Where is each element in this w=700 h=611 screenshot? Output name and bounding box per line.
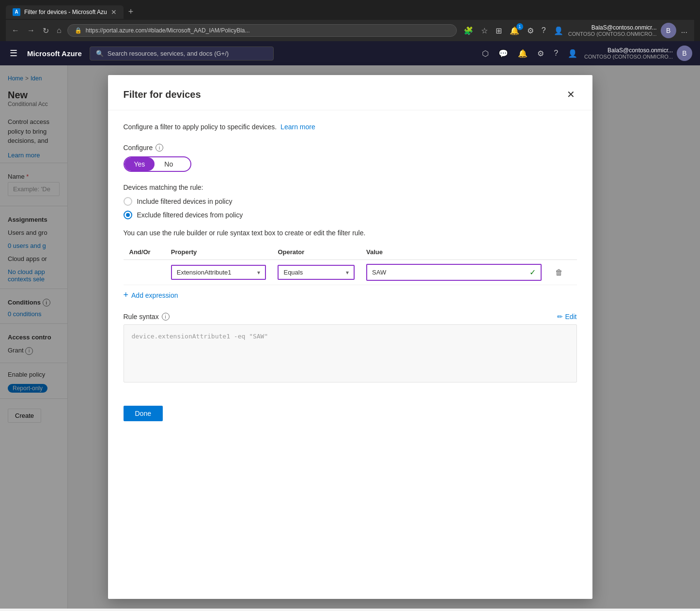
modal-close-button[interactable]: ✕ [565, 87, 577, 102]
new-tab-button[interactable]: + [124, 4, 139, 20]
col-value: Value [360, 244, 547, 260]
feedback-icon[interactable]: 💬 [496, 46, 511, 61]
edit-button[interactable]: ✏ Edit [557, 313, 576, 321]
and-or-cell [124, 260, 165, 285]
tab-favicon: A [13, 8, 20, 16]
extensions-button[interactable]: 🧩 [461, 24, 476, 37]
header-user-name: BalaS@contoso.onmicr... [584, 47, 673, 54]
value-text: SAW [372, 269, 386, 276]
header-avatar: B [677, 46, 692, 61]
exclude-radio-item[interactable]: Exclude filtered devices from policy [124, 211, 577, 219]
property-dropdown[interactable]: ExtensionAttribute1 ▾ [171, 265, 266, 280]
col-property: Property [165, 244, 272, 260]
azure-brand: Microsoft Azure [27, 49, 82, 58]
operator-chevron-icon: ▾ [346, 269, 349, 276]
rule-syntax-info-icon[interactable]: i [162, 313, 170, 321]
address-text: https://portal.azure.com/#blade/Microsof… [86, 27, 250, 34]
person-icon[interactable]: 👤 [565, 46, 580, 61]
learn-more-link[interactable]: Learn more [280, 123, 315, 131]
modal-description: Configure a filter to apply policy to sp… [124, 122, 577, 132]
header-user-tenant: CONTOSO (CONTOSO.ONMICRO... [584, 54, 673, 60]
include-radio-label: Include filtered devices in policy [137, 198, 233, 205]
search-icon: 🔍 [96, 50, 104, 57]
rule-syntax-label: Rule syntax i [124, 313, 170, 321]
configure-label: Configure i [124, 144, 577, 152]
cloud-shell-icon[interactable]: ⬡ [479, 46, 492, 61]
edit-label: Edit [565, 313, 576, 321]
done-button[interactable]: Done [124, 406, 163, 421]
add-expression-button[interactable]: + Add expression [124, 285, 178, 305]
browser-tab-active[interactable]: A Filter for devices - Microsoft Azu ✕ [6, 5, 124, 19]
rule-syntax-box[interactable]: device.extensionAttribute1 -eq "SAW" [124, 324, 577, 382]
settings-button[interactable]: ⚙ [524, 24, 537, 37]
modal-header: Filter for devices ✕ [108, 75, 592, 110]
help-question-icon[interactable]: ? [551, 46, 561, 61]
people-button[interactable]: 👤 [551, 24, 566, 37]
favorites-button[interactable]: ☆ [478, 24, 491, 37]
tab-close-button[interactable]: ✕ [111, 8, 117, 16]
filter-devices-panel: Filter for devices ✕ Configure a filter … [108, 75, 592, 599]
rule-syntax-section: Rule syntax i ✏ Edit device.extensionAtt… [124, 313, 577, 382]
property-value: ExtensionAttribute1 [177, 269, 232, 276]
edit-pencil-icon: ✏ [557, 313, 563, 321]
operator-dropdown[interactable]: Equals ▾ [278, 265, 355, 280]
user-profile[interactable]: BalaS@contoso.onmicr... CONTOSO (CONTOSO… [568, 23, 676, 38]
notification-badge: 1 [516, 23, 523, 30]
rule-builder-description: You can use the rule builder or rule syn… [124, 229, 577, 237]
toggle-yes-button[interactable]: Yes [124, 157, 155, 171]
exclude-radio-button[interactable] [124, 211, 132, 219]
modal-title: Filter for devices [124, 89, 201, 100]
azure-search-box[interactable]: 🔍 Search resources, services, and docs (… [90, 46, 274, 61]
notification-wrapper: 🔔 1 [507, 24, 522, 37]
collections-button[interactable]: ⊞ [493, 24, 505, 37]
rule-table: And/Or Property Operator Value [124, 244, 577, 285]
include-radio-button[interactable] [124, 197, 132, 206]
back-button[interactable]: ← [10, 24, 21, 37]
hamburger-menu[interactable]: ☰ [8, 46, 19, 61]
operator-cell[interactable]: Equals ▾ [272, 260, 360, 285]
header-user-profile[interactable]: BalaS@contoso.onmicr... CONTOSO (CONTOSO… [584, 46, 692, 61]
checkmark-icon: ✓ [529, 268, 536, 277]
table-row: ExtensionAttribute1 ▾ Equals ▾ [124, 260, 577, 285]
include-radio-item[interactable]: Include filtered devices in policy [124, 197, 577, 206]
notification-icon[interactable]: 🔔 [515, 46, 530, 61]
settings-gear-icon[interactable]: ⚙ [534, 46, 547, 61]
more-button[interactable]: ... [678, 24, 690, 37]
forward-button[interactable]: → [25, 24, 37, 37]
lock-icon: 🔒 [75, 27, 82, 34]
modal-footer: Done [108, 394, 592, 433]
address-bar[interactable]: 🔒 https://portal.azure.com/#blade/Micros… [67, 24, 457, 37]
user-tenant: CONTOSO (CONTOSO.ONMICRO... [568, 31, 657, 37]
toggle-no-button[interactable]: No [155, 157, 183, 171]
user-name: BalaS@contoso.onmicr... [568, 24, 657, 31]
property-cell[interactable]: ExtensionAttribute1 ▾ [165, 260, 272, 285]
delete-cell[interactable]: 🗑 [547, 260, 577, 285]
rule-syntax-header: Rule syntax i ✏ Edit [124, 313, 577, 321]
tab-title: Filter for devices - Microsoft Azu [24, 9, 107, 15]
devices-matching-section: Devices matching the rule: Include filte… [124, 183, 577, 219]
col-operator: Operator [272, 244, 360, 260]
modal-overlay: Filter for devices ✕ Configure a filter … [0, 65, 700, 609]
help-button[interactable]: ? [539, 24, 549, 37]
refresh-button[interactable]: ↻ [41, 24, 51, 37]
configure-toggle: Yes No [124, 156, 191, 172]
property-chevron-icon: ▾ [257, 269, 260, 276]
avatar: B [661, 23, 676, 38]
search-placeholder: Search resources, services, and docs (G+… [108, 50, 229, 57]
col-and-or: And/Or [124, 244, 165, 260]
exclude-radio-label: Exclude filtered devices from policy [137, 211, 243, 219]
devices-matching-label: Devices matching the rule: [124, 183, 577, 191]
operator-value: Equals [283, 269, 303, 276]
add-expression-label: Add expression [131, 291, 178, 299]
configure-section: Configure i Yes No [124, 144, 577, 172]
add-icon: + [124, 290, 129, 300]
configure-info-icon[interactable]: i [156, 144, 163, 152]
value-input[interactable]: SAW ✓ [366, 264, 542, 281]
home-button[interactable]: ⌂ [55, 24, 63, 37]
delete-row-button[interactable]: 🗑 [553, 266, 565, 278]
value-cell[interactable]: SAW ✓ [360, 260, 547, 285]
